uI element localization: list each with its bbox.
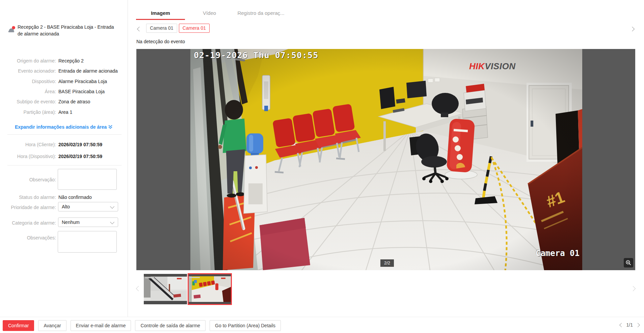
hikvision-logo-vision: VISION xyxy=(485,61,515,71)
camera-scene: #1 xyxy=(190,49,582,270)
page-indicator: 1/1 xyxy=(626,322,633,328)
image-page-badge: 2/2 xyxy=(380,259,394,267)
chevron-down-icon xyxy=(110,204,114,209)
chevron-down-icon xyxy=(110,220,114,224)
field-label: Origem do alarme: xyxy=(0,58,56,63)
camera-scroll-left-icon[interactable] xyxy=(138,26,141,32)
field-label: Área: xyxy=(0,89,56,94)
double-chevron-down-icon xyxy=(108,125,113,129)
field-value: Entrada de alarme acionada xyxy=(58,68,118,74)
avancar-button[interactable]: Avançar xyxy=(38,320,66,331)
thumb-scroll-left-icon[interactable] xyxy=(137,286,140,292)
observacao-label: Observação: xyxy=(0,177,56,182)
time-label: Hora (Cliente): xyxy=(0,142,56,147)
alarm-title: Recepção 2 - BASE Piracicaba Loja - Entr… xyxy=(18,24,119,37)
categoria-value: Nenhum xyxy=(62,220,80,225)
image-viewer: #1 02-19-2026 Thu 07:50:55 HIKVISION Cam… xyxy=(136,49,635,270)
sidebar-divider xyxy=(128,0,128,317)
field-row: Origem do alarme:Recepção 2 xyxy=(0,58,128,64)
camera-scroll-right-icon[interactable] xyxy=(630,26,634,32)
expand-area-info-label: Expandir informações adicionais de área xyxy=(15,124,107,130)
thumb-scroll-right-icon[interactable] xyxy=(631,286,635,292)
field-value: BASE Piracicaba Loja xyxy=(58,89,105,94)
tab-registro-operacao[interactable]: Registro da operaç... xyxy=(234,9,288,20)
expand-area-info-link[interactable]: Expandir informações adicionais de área xyxy=(10,124,117,130)
categoria-label: Categoria de alarme: xyxy=(0,220,56,226)
event-caption: Na detecção do evento xyxy=(136,39,185,44)
time-row: Hora (Dispositivo):2026/02/19 07:50:59 xyxy=(0,154,128,160)
field-value: Area 1 xyxy=(58,109,72,115)
field-row: Subtipo de evento:Zona de atraso xyxy=(0,99,128,105)
divider xyxy=(7,134,122,135)
field-row: Partição (área):Area 1 xyxy=(0,109,128,116)
field-row: Dispositivo:Alarme Piracicaba Loja xyxy=(0,79,128,85)
categoria-select[interactable]: Nenhum xyxy=(58,217,118,227)
hikvision-logo-hik: HIK xyxy=(469,61,485,71)
time-row: Hora (Cliente):2026/02/19 07:50:59 xyxy=(0,142,128,148)
footer-toolbar: Confirmar Avançar Enviar e-mail de alarm… xyxy=(0,317,644,333)
time-value: 2026/02/19 07:50:59 xyxy=(58,154,102,159)
magnifier-plus-icon xyxy=(625,260,632,266)
tab-video[interactable]: Vídeo xyxy=(185,9,234,20)
page-prev-icon[interactable] xyxy=(619,323,624,327)
observacao-textarea[interactable] xyxy=(58,169,117,190)
prioridade-select[interactable]: Alto xyxy=(58,202,118,211)
status-value: Não confirmado xyxy=(58,195,92,200)
camera-01-button[interactable]: Camera 01 xyxy=(146,24,177,33)
prioridade-value: Alto xyxy=(62,204,70,209)
camera-snapshot: #1 02-19-2026 Thu 07:50:55 HIKVISION Cam… xyxy=(190,49,582,270)
field-label: Evento acionador: xyxy=(0,68,56,74)
zoom-in-button[interactable] xyxy=(624,258,633,267)
field-row: Área:BASE Piracicaba Loja xyxy=(0,89,128,95)
field-label: Dispositivo: xyxy=(0,79,56,84)
alarm-detail-window: Recepção 2 - BASE Piracicaba Loja - Entr… xyxy=(0,0,644,333)
controle-saida-button[interactable]: Controle de saída de alarme xyxy=(135,320,206,331)
go-to-partition-button[interactable]: Go to Partition (Area) Details xyxy=(210,320,281,331)
osd-timestamp: 02-19-2026 Thu 07:50:55 xyxy=(194,50,318,60)
confirmar-button[interactable]: Confirmar xyxy=(3,320,34,331)
divider xyxy=(7,165,122,165)
tab-imagem[interactable]: Imagem xyxy=(136,9,185,20)
observacoes-textarea[interactable] xyxy=(58,231,117,253)
field-value: Alarme Piracicaba Loja xyxy=(58,79,107,84)
status-row: Status do alarme:Não confirmado xyxy=(0,195,128,201)
alarm-icon xyxy=(7,26,16,34)
prioridade-label: Prioridade de alarme: xyxy=(0,205,56,210)
time-label: Hora (Dispositivo): xyxy=(0,154,56,159)
field-label: Subtipo de evento: xyxy=(0,99,56,104)
hikvision-logo: HIKVISION xyxy=(469,61,515,72)
observacoes-label: Observações: xyxy=(0,235,56,240)
page-next-icon[interactable] xyxy=(636,323,640,327)
time-value: 2026/02/19 07:50:59 xyxy=(58,142,102,147)
field-label: Partição (área): xyxy=(0,109,56,115)
field-value: Zona de atraso xyxy=(58,99,90,104)
thumbnail-1[interactable] xyxy=(144,274,187,304)
status-label: Status do alarme: xyxy=(0,195,56,200)
enviar-email-button[interactable]: Enviar e-mail de alarme xyxy=(71,320,131,331)
field-row: Evento acionador:Entrada de alarme acion… xyxy=(0,68,128,74)
active-tab-underline xyxy=(136,19,185,20)
field-value: Recepção 2 xyxy=(58,58,84,63)
thumbnail-2-selected[interactable] xyxy=(188,274,231,304)
camera-01-selected-button[interactable]: Camera 01 xyxy=(179,24,210,33)
osd-camera-label: Camera 01 xyxy=(536,249,580,258)
